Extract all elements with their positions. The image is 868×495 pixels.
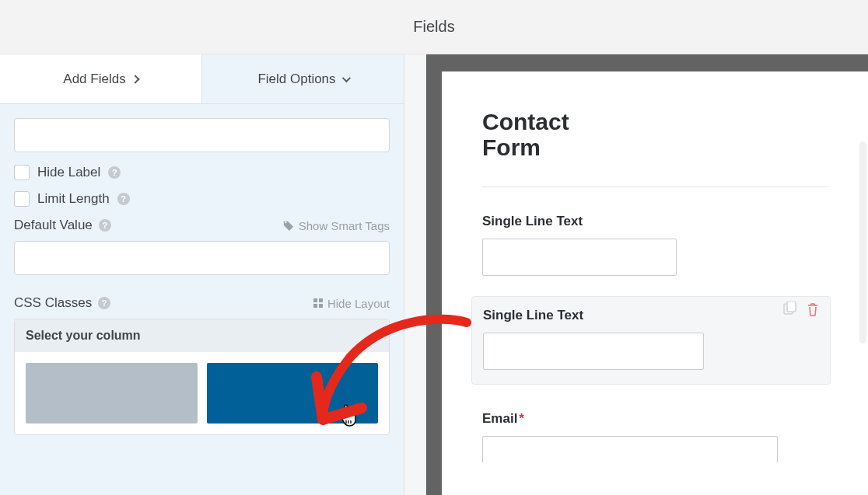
hide-label-text: Hide Label <box>37 165 100 180</box>
limit-length-row[interactable]: Limit Length ? <box>14 191 390 207</box>
tab-field-options-label: Field Options <box>257 71 335 87</box>
limit-length-text: Limit Length <box>37 191 110 207</box>
duplicate-icon[interactable] <box>782 302 797 317</box>
main-layout: Add Fields Field Options Hide Label ? Li… <box>0 54 868 495</box>
required-star-icon: * <box>519 411 524 426</box>
top-bar-title: Fields <box>413 18 454 36</box>
form-divider <box>482 186 828 187</box>
default-value-label: Default Value ? <box>14 218 111 233</box>
sidebar-tabs: Add Fields Field Options <box>0 54 404 104</box>
layout-grid-icon <box>313 298 323 308</box>
svg-rect-0 <box>313 298 317 302</box>
tab-add-fields[interactable]: Add Fields <box>0 54 202 103</box>
sidebar: Add Fields Field Options Hide Label ? Li… <box>0 54 404 495</box>
form-field[interactable]: Email* <box>482 411 828 462</box>
default-value-row: Default Value ? Show Smart Tags <box>14 218 390 233</box>
show-smart-tags-link[interactable]: Show Smart Tags <box>283 219 390 232</box>
chevron-down-icon <box>341 73 350 82</box>
default-value-label-text: Default Value <box>14 218 93 233</box>
field-label: Single Line Text <box>482 214 828 229</box>
hide-layout-link[interactable]: Hide Layout <box>313 297 390 310</box>
trash-icon[interactable] <box>805 302 821 317</box>
form-field[interactable]: Single Line Text <box>482 214 828 276</box>
help-icon[interactable]: ? <box>99 219 111 232</box>
tag-icon <box>283 220 294 231</box>
tab-add-fields-label: Add Fields <box>63 71 125 87</box>
column-selector-title: Select your column <box>15 319 389 352</box>
help-icon[interactable]: ? <box>98 297 110 309</box>
field-input[interactable] <box>482 239 677 276</box>
pointer-cursor-icon <box>339 402 362 428</box>
hide-label-checkbox[interactable] <box>14 165 30 180</box>
column-selector-body <box>15 352 389 434</box>
help-icon[interactable]: ? <box>108 166 121 179</box>
css-classes-label-text: CSS Classes <box>14 295 92 311</box>
css-classes-label: CSS Classes ? <box>14 295 110 311</box>
form-field-selected[interactable]: Single Line Text <box>471 296 831 385</box>
field-options-panel: Hide Label ? Limit Length ? Default Valu… <box>0 104 404 495</box>
field-label: Single Line Text <box>483 308 819 323</box>
preview-content: Contact Form Single Line Text <box>442 71 868 495</box>
show-smart-tags-label: Show Smart Tags <box>299 219 390 232</box>
svg-rect-1 <box>319 298 323 302</box>
hide-layout-label: Hide Layout <box>327 297 390 310</box>
default-value-input[interactable] <box>14 241 390 275</box>
top-bar: Fields <box>0 0 868 54</box>
column-selector: Select your column <box>14 319 390 435</box>
svg-rect-3 <box>319 304 323 308</box>
field-input[interactable] <box>483 333 704 370</box>
field-input[interactable] <box>482 436 778 462</box>
svg-rect-5 <box>787 302 796 312</box>
field-actions <box>782 302 821 317</box>
column-option-left[interactable] <box>26 363 198 424</box>
css-classes-row: CSS Classes ? Hide Layout <box>14 295 390 311</box>
tab-field-options[interactable]: Field Options <box>202 54 404 103</box>
svg-rect-2 <box>313 304 317 308</box>
chevron-right-icon <box>131 75 139 83</box>
field-label-text: Email <box>482 411 517 426</box>
help-icon[interactable]: ? <box>117 193 130 205</box>
preview-scrollbar[interactable] <box>859 141 866 343</box>
limit-length-checkbox[interactable] <box>14 191 30 207</box>
preview-panel: Contact Form Single Line Text <box>404 54 868 495</box>
field-label: Email* <box>482 411 828 427</box>
label-input[interactable] <box>14 118 390 152</box>
column-option-right[interactable] <box>207 363 379 424</box>
form-title: Contact Form <box>482 109 614 160</box>
hide-label-row[interactable]: Hide Label ? <box>14 165 390 180</box>
